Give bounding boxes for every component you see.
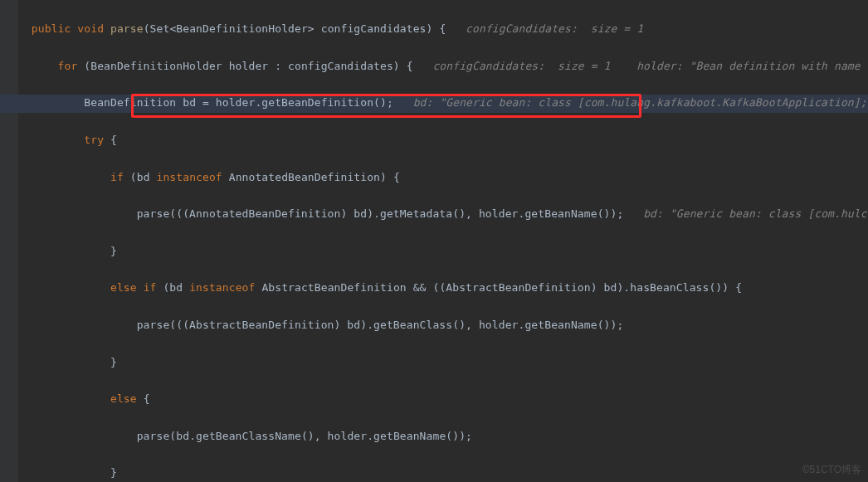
code-line[interactable]: try {: [18, 131, 867, 149]
code-line[interactable]: else if (bd instanceof AbstractBeanDefin…: [18, 279, 867, 297]
inline-hint: holder: "Bean definition with name: [636, 60, 861, 72]
code-line[interactable]: for (BeanDefinitionHolder holder : confi…: [18, 57, 867, 75]
code-line[interactable]: BeanDefinition bd = holder.getBeanDefini…: [18, 94, 867, 112]
code-line[interactable]: }: [18, 353, 867, 372]
code-editor[interactable]: public void parse(Set<BeanDefinitionHold…: [18, 2, 867, 482]
inline-hint: configCandidates: size = 1: [466, 22, 643, 35]
code-line[interactable]: }: [18, 464, 867, 482]
inline-hint: bd: "Generic bean: class [com.hulang.kaf…: [413, 96, 867, 109]
code-line[interactable]: else {: [18, 390, 867, 408]
inline-hint: configCandidates: size = 1: [432, 60, 610, 72]
inline-hint: bd: "Generic bean: class [com.hulc: [643, 207, 867, 220]
code-line[interactable]: public void parse(Set<BeanDefinitionHold…: [18, 20, 867, 38]
code-line[interactable]: parse(bd.getBeanClassName(), holder.getB…: [18, 427, 867, 445]
gutter: [0, 0, 18, 482]
code-line[interactable]: parse(((AnnotatedBeanDefinition) bd).get…: [18, 205, 867, 223]
code-line[interactable]: }: [18, 242, 867, 260]
code-line[interactable]: if (bd instanceof AnnotatedBeanDefinitio…: [18, 168, 867, 187]
code-line[interactable]: parse(((AbstractBeanDefinition) bd).getB…: [18, 316, 867, 334]
